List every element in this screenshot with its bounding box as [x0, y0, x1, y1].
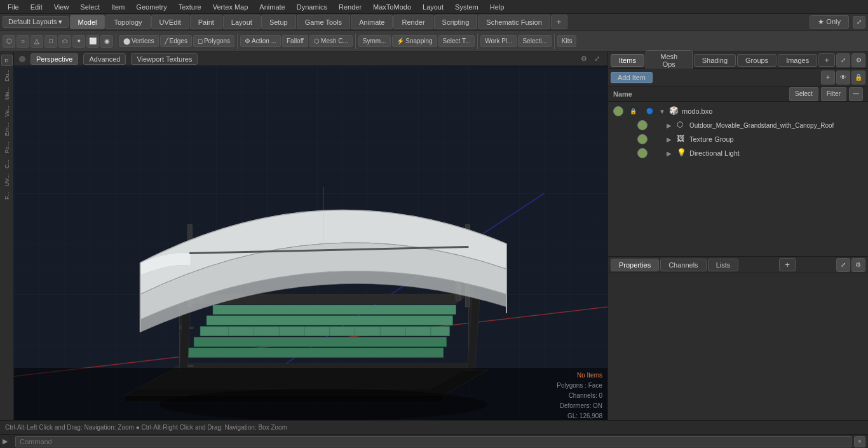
tab-topology[interactable]: Topology: [105, 15, 150, 29]
prop-tab-add[interactable]: +: [779, 258, 796, 271]
panel-tab-images[interactable]: Images: [778, 54, 817, 67]
prop-tab-lists[interactable]: Lists: [708, 259, 739, 271]
star-only-btn[interactable]: ★ Only: [810, 15, 849, 29]
tree-eye-grandstand[interactable]: [650, 118, 664, 132]
panel-tab-shading[interactable]: Shading: [694, 54, 736, 67]
panel-tab-mesh-ops[interactable]: Mesh Ops: [646, 50, 693, 71]
tree-vis-texture[interactable]: [637, 134, 648, 144]
menu-layout[interactable]: Layout: [417, 2, 449, 12]
panel-expand-icon[interactable]: ⤢: [836, 53, 850, 67]
toolbar-icon-2[interactable]: ○: [17, 35, 29, 48]
panel-tool-plus[interactable]: +: [821, 71, 835, 85]
tree-vis-grandstand[interactable]: [637, 120, 648, 130]
tree-lock-light[interactable]: [621, 146, 635, 160]
menu-geometry[interactable]: Geometry: [131, 2, 172, 12]
sidebar-btn-1[interactable]: D: [1, 55, 13, 66]
toolbar-icon-6[interactable]: ✦: [72, 35, 85, 48]
tree-item-texture-group[interactable]: ▶ 🖼 Texture Group: [608, 132, 868, 146]
toolbar-icon-5[interactable]: ⬭: [58, 35, 71, 48]
tab-scripting[interactable]: Scripting: [434, 15, 478, 29]
tab-layout[interactable]: Layout: [223, 15, 261, 29]
panel-tool-lock[interactable]: 🔒: [851, 71, 865, 85]
menu-view[interactable]: View: [49, 2, 74, 12]
viewport[interactable]: Perspective Advanced Viewport Textures ⚙…: [14, 52, 607, 434]
menu-edit[interactable]: Edit: [25, 2, 48, 12]
panel-tool-eye[interactable]: 👁: [836, 71, 850, 85]
tab-add-btn[interactable]: +: [551, 15, 567, 29]
tree-vis-modo[interactable]: [613, 106, 623, 116]
viewport-settings-icon[interactable]: ⚙: [578, 53, 590, 65]
menu-item[interactable]: Item: [106, 2, 130, 12]
tab-setup[interactable]: Setup: [261, 15, 296, 29]
tree-expand-light[interactable]: ▶: [667, 150, 674, 157]
edges-btn[interactable]: ╱ Edges: [160, 35, 192, 47]
menu-animate[interactable]: Animate: [254, 2, 290, 12]
vp-tab-textures[interactable]: Viewport Textures: [131, 53, 198, 65]
sidebar-label-f[interactable]: F...: [4, 189, 10, 202]
menu-maxtomodo[interactable]: MaxToModo: [368, 2, 416, 12]
tree-eye-modo[interactable]: 🔵: [642, 104, 656, 118]
tree-expand-modo[interactable]: ▼: [659, 108, 667, 115]
vp-tab-advanced[interactable]: Advanced: [83, 53, 126, 65]
panel-tab-groups[interactable]: Groups: [737, 54, 776, 67]
tree-eye-light[interactable]: [650, 146, 664, 160]
viewport-dot[interactable]: [19, 56, 25, 62]
toolbar-icon-8[interactable]: ◉: [100, 35, 113, 48]
tree-lock-grandstand[interactable]: [621, 118, 635, 132]
command-input[interactable]: [15, 436, 851, 447]
mesh-c-btn[interactable]: ⬡ Mesh C...: [309, 35, 353, 47]
menu-system[interactable]: System: [450, 2, 484, 12]
expand-icon[interactable]: ⤢: [853, 16, 865, 29]
tree-expand-texture[interactable]: ▶: [667, 136, 674, 143]
action-btn[interactable]: ⚙ Action ...: [240, 35, 281, 47]
panel-tab-add[interactable]: +: [818, 53, 835, 67]
menu-help[interactable]: Help: [485, 2, 510, 12]
selecti-btn[interactable]: Selecti...: [518, 35, 551, 47]
toolbar-icon-7[interactable]: ⬜: [86, 35, 99, 48]
menu-dynamics[interactable]: Dynamics: [292, 2, 332, 12]
tree-item-modo-bxo[interactable]: 🔒 🔵 ▼ 🎲 modo.bxo: [608, 104, 868, 118]
sidebar-label-uv[interactable]: UV...: [4, 172, 10, 189]
menu-texture[interactable]: Texture: [173, 2, 207, 12]
tree-item-directional-light[interactable]: ▶ 💡 Directional Light: [608, 146, 868, 160]
sidebar-label-ver[interactable]: Ve...: [4, 103, 10, 119]
menu-render[interactable]: Render: [334, 2, 367, 12]
items-col-collapse[interactable]: —: [849, 87, 863, 101]
tree-eye-texture[interactable]: [650, 132, 664, 146]
sidebar-label-pol[interactable]: Po...: [4, 139, 10, 156]
panel-tab-items[interactable]: Items: [611, 54, 644, 67]
falloff-btn[interactable]: Falloff: [282, 35, 308, 47]
tree-lock-modo[interactable]: 🔒: [626, 104, 640, 118]
tree-item-grandstand[interactable]: ▶ ⬡ Outdoor_Movable_Grandstand_with_Cano…: [608, 118, 868, 132]
sidebar-label-mes[interactable]: Me...: [4, 85, 10, 102]
panel-settings-icon[interactable]: ⚙: [851, 53, 865, 67]
prop-settings-icon[interactable]: ⚙: [851, 258, 865, 272]
command-clear-btn[interactable]: ×: [854, 436, 865, 447]
sidebar-label-dup[interactable]: Du...: [4, 67, 10, 84]
tree-lock-texture[interactable]: [621, 132, 635, 146]
tab-game-tools[interactable]: Game Tools: [297, 15, 351, 29]
add-item-btn[interactable]: Add Item: [611, 72, 653, 83]
prop-tab-channels[interactable]: Channels: [660, 259, 706, 271]
tab-animate[interactable]: Animate: [351, 15, 393, 29]
sidebar-label-c[interactable]: C...: [4, 157, 10, 171]
symm-btn[interactable]: Symm...: [358, 35, 391, 47]
kits-btn[interactable]: Kits: [557, 35, 577, 47]
tab-schematic[interactable]: Schematic Fusion: [478, 15, 550, 29]
vp-tab-perspective[interactable]: Perspective: [31, 53, 78, 65]
toolbar-icon-4[interactable]: □: [44, 35, 57, 48]
tree-vis-light[interactable]: [637, 148, 648, 158]
select-btn[interactable]: Select: [789, 87, 818, 101]
menu-file[interactable]: File: [3, 2, 24, 12]
sidebar-label-emi[interactable]: Em...: [4, 120, 10, 139]
polygons-btn[interactable]: ◻ Polygons: [193, 35, 234, 47]
menu-vertex-map[interactable]: Vertex Map: [208, 2, 254, 12]
tab-model[interactable]: Model: [70, 15, 105, 29]
tab-paint[interactable]: Paint: [190, 15, 222, 29]
select-t-btn[interactable]: Select T...: [438, 35, 475, 47]
tab-uvedit[interactable]: UVEdit: [151, 15, 189, 29]
prop-tab-properties[interactable]: Properties: [611, 259, 659, 271]
viewport-canvas[interactable]: No Items Polygons : Face Channels: 0 Def…: [14, 66, 607, 434]
layout-dropdown[interactable]: Default Layouts ▾: [3, 16, 69, 28]
toolbar-icon-1[interactable]: ⬡: [3, 35, 15, 48]
